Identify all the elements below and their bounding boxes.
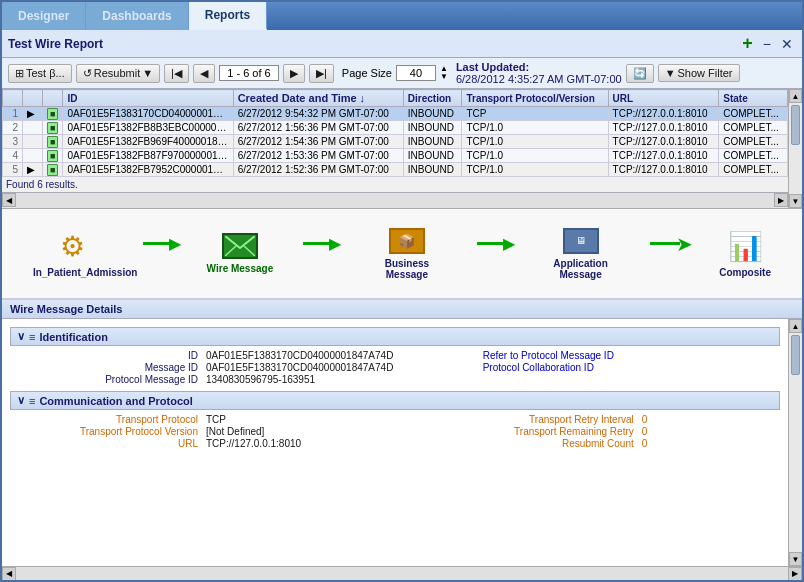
wire-message-icon	[222, 233, 258, 259]
application-message-icon: 🖥	[563, 228, 599, 254]
last-page-button[interactable]: ▶|	[309, 64, 334, 83]
table-row[interactable]: 4 ■ 0AF01E5F1382FB87F970000001847A6F1 6/…	[3, 149, 788, 163]
col-header-id[interactable]	[3, 90, 23, 107]
pager-input[interactable]	[219, 65, 279, 81]
col-header-transport[interactable]: Transport Protocol/Version	[462, 90, 608, 107]
flow-connector-3: ▶	[477, 234, 511, 253]
doc-title: Test Wire Report	[8, 37, 103, 51]
show-filter-button[interactable]: ▼ Show Filter	[658, 64, 740, 82]
page-size-input[interactable]	[396, 65, 436, 81]
first-page-button[interactable]: |◀	[164, 64, 189, 83]
details-title: Wire Message Details	[2, 300, 802, 319]
collapse-icon: ∨	[17, 394, 25, 407]
table-row[interactable]: 2 ■ 0AF01E5F1382FB8B3EBC000001847A721 6/…	[3, 121, 788, 135]
resubmit-button[interactable]: ↺ Resubmit ▼	[76, 64, 160, 83]
scroll-track[interactable]	[16, 193, 774, 208]
next-page-button[interactable]: ▶	[283, 64, 305, 83]
table-row[interactable]: 1 ▶ ■ 0AF01E5F1383170CD04000001847A74D 6…	[3, 107, 788, 121]
status-tag: ■	[47, 122, 58, 134]
details-scroll[interactable]: ∨ ≡ Identification ID 0AF01E5F1383170CD0…	[2, 319, 788, 566]
col-header-num[interactable]	[23, 90, 43, 107]
flow-node-in-patient[interactable]: ⚙ In_Patient_Admission	[33, 230, 113, 278]
scroll-down-button[interactable]: ▼	[789, 194, 802, 208]
flow-node-label: Wire Message	[207, 263, 274, 274]
scroll-track[interactable]	[789, 333, 802, 552]
details-vertical-scrollbar[interactable]: ▲ ▼	[788, 319, 802, 566]
filter-icon: ▼	[665, 67, 676, 79]
communication-fields: Transport Protocol TCP Transport Retry I…	[10, 412, 780, 451]
refer-protocol-link[interactable]: Refer to Protocol Message ID	[483, 350, 683, 361]
collapse-icon: ∨	[17, 330, 25, 343]
section-icon: ≡	[29, 331, 35, 343]
refresh-button[interactable]: 🔄	[626, 64, 654, 83]
tab-reports[interactable]: Reports	[189, 2, 267, 30]
status-tag: ■	[47, 108, 58, 120]
identification-fields: ID 0AF01E5F1383170CD04000001847A74D Refe…	[10, 348, 780, 387]
doc-controls: + − ✕	[739, 32, 796, 55]
status-tag: ■	[47, 150, 58, 162]
scroll-up-button[interactable]: ▲	[789, 89, 802, 103]
flow-connector-4: ➤	[650, 232, 689, 256]
flow-node-label: Business Message	[367, 258, 447, 280]
flow-diagram: ⚙ In_Patient_Admission ▶ Wire Message	[2, 209, 802, 299]
scroll-up-button[interactable]: ▲	[789, 319, 802, 333]
col-header-created[interactable]: Created Date and Time ↓	[233, 90, 403, 107]
add-button[interactable]: +	[739, 32, 756, 55]
table-row[interactable]: 5 ▶ ■ 0AF01E5F1382FB7952C000001847A6D7 6…	[3, 163, 788, 177]
flow-node-app-msg[interactable]: 🖥 Application Message	[541, 228, 621, 280]
col-header-state[interactable]: State	[719, 90, 788, 107]
scroll-track[interactable]	[789, 103, 802, 194]
status-tag: ■	[47, 136, 58, 148]
status-tag: ■	[47, 164, 58, 176]
section-header-communication[interactable]: ∨ ≡ Communication and Protocol	[10, 391, 780, 410]
section-header-identification[interactable]: ∨ ≡ Identification	[10, 327, 780, 346]
col-header-tag[interactable]	[43, 90, 63, 107]
scroll-right-button[interactable]: ▶	[788, 567, 802, 581]
horizontal-scrollbar[interactable]: ◀ ▶	[2, 192, 788, 208]
page-size-spinner-up[interactable]: ▲▼	[440, 65, 448, 81]
table-row[interactable]: 3 ■ 0AF01E5F1382FB969F4000001847A709 6/2…	[3, 135, 788, 149]
scroll-track[interactable]	[16, 567, 788, 580]
scroll-thumb[interactable]	[791, 105, 800, 145]
scroll-down-button[interactable]: ▼	[789, 552, 802, 566]
prev-page-button[interactable]: ◀	[193, 64, 215, 83]
protocol-collab-link[interactable]: Protocol Collaboration ID	[483, 362, 683, 373]
data-table: ID Created Date and Time ↓ Direction Tra…	[2, 89, 788, 177]
close-button[interactable]: ✕	[778, 32, 796, 55]
main-window: Designer Dashboards Reports Test Wire Re…	[0, 0, 804, 582]
dropdown-arrow-icon: ▼	[142, 67, 153, 79]
business-message-icon: 📦	[389, 228, 425, 254]
flow-node-label: In_Patient_Admission	[33, 267, 113, 278]
scroll-right-button[interactable]: ▶	[774, 193, 788, 207]
section-icon: ≡	[29, 395, 35, 407]
last-updated: Last Updated: 6/28/2012 4:35:27 AM GMT-0…	[456, 61, 622, 85]
flow-node-composite[interactable]: 📊 Composite	[719, 230, 771, 278]
envelope-svg	[225, 236, 255, 256]
scroll-left-button[interactable]: ◀	[2, 567, 16, 581]
col-header-direction[interactable]: Direction	[403, 90, 462, 107]
scroll-left-button[interactable]: ◀	[2, 193, 16, 207]
report-toolbar: ⊞ Test β... ↺ Resubmit ▼ |◀ ◀ ▶ ▶| Page …	[2, 58, 802, 89]
tab-dashboards[interactable]: Dashboards	[86, 2, 188, 30]
details-panel: Wire Message Details ∨ ≡ Identification …	[2, 299, 802, 580]
flow-node-label: Composite	[719, 267, 771, 278]
details-horizontal-scrollbar[interactable]: ◀ ▶	[2, 566, 802, 580]
tab-designer[interactable]: Designer	[2, 2, 86, 30]
col-header-url[interactable]: URL	[608, 90, 719, 107]
flow-connector-1: ▶	[143, 234, 177, 253]
data-table-wrapper: ID Created Date and Time ↓ Direction Tra…	[2, 89, 802, 209]
flow-node-biz-msg[interactable]: 📦 Business Message	[367, 228, 447, 280]
minimize-button[interactable]: −	[760, 32, 774, 55]
title-bar: Designer Dashboards Reports	[2, 2, 802, 30]
flow-node-wire-msg[interactable]: Wire Message	[207, 233, 274, 274]
grid-icon: ⊞	[15, 67, 24, 80]
scroll-thumb[interactable]	[791, 335, 800, 375]
page-size-label: Page Size	[342, 67, 392, 79]
doc-title-bar: Test Wire Report + − ✕	[2, 30, 802, 58]
col-header-id-val[interactable]: ID	[63, 90, 233, 107]
found-results: Found 6 results.	[2, 177, 788, 192]
grid-view-button[interactable]: ⊞ Test β...	[8, 64, 72, 83]
table-vertical-scrollbar[interactable]: ▲ ▼	[788, 89, 802, 208]
composite-icon: 📊	[728, 230, 763, 263]
flow-connector-2: ▶	[303, 234, 337, 253]
